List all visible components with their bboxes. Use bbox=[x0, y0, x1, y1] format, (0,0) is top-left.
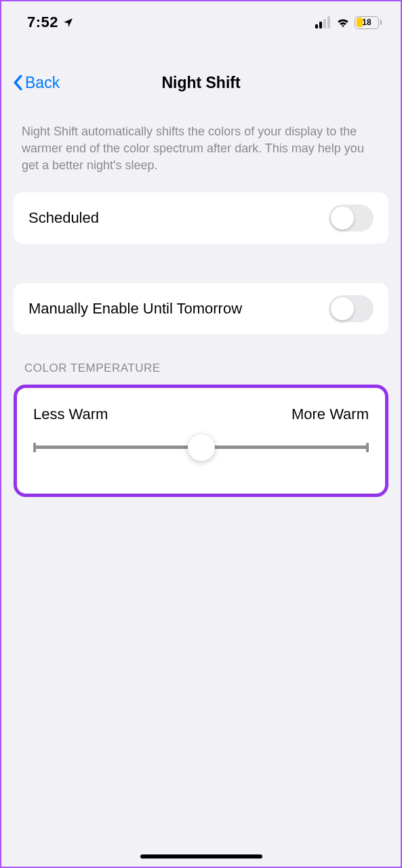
color-temperature-header: COLOR TEMPERATURE bbox=[1, 345, 401, 382]
status-right: 18 bbox=[315, 16, 382, 29]
slider-labels: Less Warm More Warm bbox=[33, 406, 369, 423]
battery-percent: 18 bbox=[355, 18, 378, 27]
toggle-knob bbox=[331, 297, 354, 320]
less-warm-label: Less Warm bbox=[33, 406, 108, 423]
back-label: Back bbox=[25, 74, 60, 92]
color-temperature-slider[interactable] bbox=[33, 434, 369, 461]
status-time: 7:52 bbox=[27, 14, 58, 31]
more-warm-label: More Warm bbox=[292, 406, 369, 423]
location-icon bbox=[62, 17, 74, 28]
manual-enable-row[interactable]: Manually Enable Until Tomorrow bbox=[14, 283, 388, 334]
nav-bar: Back Night Shift bbox=[1, 62, 401, 103]
slider-tick-min bbox=[33, 443, 36, 452]
manual-enable-label: Manually Enable Until Tomorrow bbox=[28, 300, 242, 318]
slider-tick-max bbox=[366, 443, 369, 452]
page-title: Night Shift bbox=[9, 74, 393, 92]
home-indicator[interactable] bbox=[140, 854, 262, 859]
battery-indicator: 18 bbox=[355, 16, 382, 29]
slider-thumb[interactable] bbox=[188, 434, 215, 461]
wifi-icon bbox=[336, 16, 350, 28]
toggle-knob bbox=[331, 207, 354, 230]
back-button[interactable]: Back bbox=[12, 74, 60, 92]
scheduled-label: Scheduled bbox=[28, 209, 99, 227]
cellular-signal-icon bbox=[315, 16, 330, 28]
color-temperature-card: Less Warm More Warm bbox=[14, 385, 388, 497]
chevron-left-icon bbox=[12, 74, 23, 91]
manual-enable-toggle[interactable] bbox=[329, 295, 374, 322]
status-bar: 7:52 18 bbox=[1, 1, 401, 39]
scheduled-toggle[interactable] bbox=[329, 204, 374, 232]
status-time-group: 7:52 bbox=[27, 14, 74, 31]
scheduled-row[interactable]: Scheduled bbox=[14, 192, 388, 244]
description-text: Night Shift automatically shifts the col… bbox=[1, 111, 401, 188]
